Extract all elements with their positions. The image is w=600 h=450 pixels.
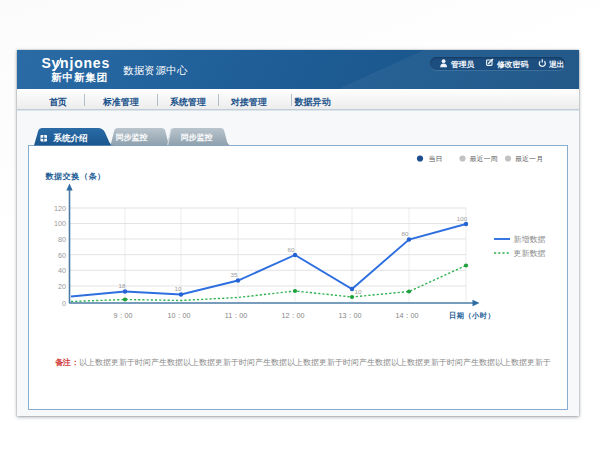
svg-text:新增数据: 新增数据 [514,235,546,244]
svg-text:最近一月: 最近一月 [515,155,543,163]
svg-text:日期（小时）: 日期（小时） [449,311,495,320]
svg-text:120: 120 [54,204,66,213]
svg-text:100: 100 [54,219,66,228]
svg-text:数据交换（条）: 数据交换（条） [45,172,106,181]
svg-text:同步监控: 同步监控 [116,133,148,142]
svg-text:更新数据: 更新数据 [514,249,546,258]
svg-text:60: 60 [288,246,295,253]
svg-text:10: 10 [355,288,362,295]
svg-text:60: 60 [58,251,66,260]
svg-text:11：00: 11：00 [225,311,248,320]
svg-text:100: 100 [457,215,468,222]
svg-text:80: 80 [402,230,409,237]
svg-text:系统介绍: 系统介绍 [52,133,88,143]
svg-text:9：00: 9：00 [113,311,132,320]
svg-text:同步监控: 同步监控 [181,133,213,142]
svg-text:35: 35 [231,271,238,278]
svg-text:12：00: 12：00 [281,311,304,320]
svg-text:40: 40 [58,266,66,275]
svg-text:最近一周: 最近一周 [470,155,498,162]
svg-text:18: 18 [119,282,126,289]
svg-text:当日: 当日 [429,155,443,163]
svg-text:13：00: 13：00 [338,311,361,320]
svg-text:10：00: 10：00 [167,311,190,320]
svg-text:14：00: 14：00 [395,311,418,320]
svg-text:20: 20 [58,282,66,291]
svg-text:80: 80 [58,235,66,244]
svg-text:0: 0 [62,299,66,308]
svg-text:10: 10 [175,285,182,292]
